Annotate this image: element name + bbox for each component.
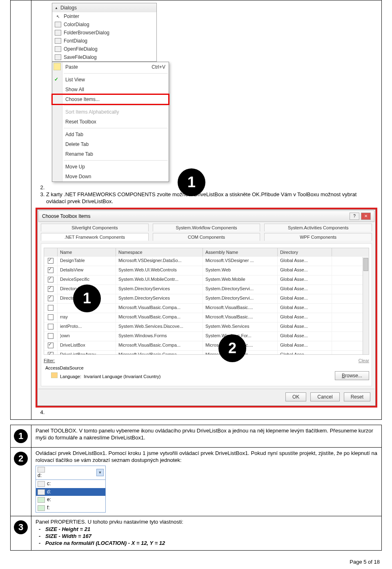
checkbox[interactable] — [48, 296, 53, 301]
menu-label: Reset Toolbox — [65, 119, 96, 125]
combo-option[interactable]: c: — [36, 480, 105, 488]
browse-button[interactable]: BBrowse...rowse... — [335, 371, 369, 380]
clear-link[interactable]: Clear — [359, 358, 369, 363]
checkbox[interactable] — [48, 333, 53, 339]
checkbox[interactable] — [48, 286, 53, 292]
checkbox[interactable] — [48, 343, 53, 348]
menu-show-all[interactable]: Show All — [52, 85, 169, 94]
checkbox[interactable] — [48, 305, 53, 311]
tab-activities[interactable]: System.Activities Components — [264, 224, 372, 231]
toolbox-group-header[interactable]: ▲ Dialogs — [52, 3, 156, 12]
tab-workflow[interactable]: System.Workflow Components — [153, 224, 261, 231]
tab-silverlight[interactable]: Silverlight Components — [41, 224, 149, 231]
page-footer: Page 5 of 18 — [350, 559, 380, 565]
menu-label: Move Up — [65, 164, 85, 170]
combo-option[interactable]: f: — [36, 504, 105, 512]
drive-combobox[interactable]: d: ▼ c: d: e: f: — [36, 466, 106, 513]
component-icon — [55, 54, 61, 60]
menu-reset-toolbox[interactable]: Reset Toolbox — [52, 117, 169, 127]
menu-move-down[interactable]: Move Down — [52, 172, 169, 181]
ok-button[interactable]: OK — [285, 392, 306, 401]
cell-name: DriveListBox — [58, 341, 116, 350]
dialog-footer: OK Cancel Reset — [38, 389, 374, 405]
col-directory[interactable]: Directory — [278, 248, 332, 256]
reset-button[interactable]: Reset — [344, 392, 370, 401]
toolbox-item[interactable]: SaveFileDialog — [52, 53, 156, 61]
menu-paste[interactable]: PasteCtrl+V — [52, 62, 169, 72]
table-row[interactable]: DriveListBoxMicrosoft.VisualBasic.Compa.… — [44, 341, 369, 350]
toolbox-item[interactable]: FolderBrowserDialog — [52, 29, 156, 37]
cell-directory: Global Asse... — [278, 351, 332, 355]
col-assembly[interactable]: Assembly Name — [203, 248, 278, 256]
combo-options: c: d: e: f: — [36, 479, 105, 512]
menu-rename-tab[interactable]: Rename Tab — [52, 149, 169, 159]
help-button[interactable]: ? — [350, 213, 359, 220]
cell-assembly: System.DirectoryServi... — [203, 285, 278, 294]
prop-line: SIZE - Width = 167 — [36, 533, 377, 540]
language-icon — [51, 372, 58, 378]
menu-move-up[interactable]: Move Up — [52, 162, 169, 172]
table-row[interactable]: ientProto...System.Web.Services.Discove.… — [44, 322, 369, 332]
cell-directory: Global Asse... — [278, 313, 332, 322]
toolbox-item-label: OpenFileDialog — [64, 46, 98, 52]
filter-label: Filter: — [44, 358, 55, 363]
checkbox[interactable] — [48, 277, 53, 282]
checkbox[interactable] — [48, 258, 53, 264]
menu-add-tab[interactable]: Add Tab — [52, 130, 169, 139]
cell-directory: Global Asse... — [278, 323, 332, 332]
cell-name: DriveListBoxArray — [58, 351, 116, 355]
cancel-button[interactable]: Cancel — [310, 392, 339, 401]
cell-name: )own — [58, 332, 116, 341]
cell-directory: Global Asse... — [278, 341, 332, 350]
cell-namespace: Microsoft.VisualBasic.Compa... — [116, 304, 203, 313]
toolbox-item-label: Pointer — [64, 13, 79, 19]
combo-option[interactable]: d: — [36, 488, 105, 496]
menu-label: Rename Tab — [65, 151, 93, 157]
toolbox-item[interactable]: OpenFileDialog — [52, 45, 156, 53]
menu-label: Delete Tab — [65, 141, 89, 147]
toolbox-item-label: FolderBrowserDialog — [64, 30, 109, 36]
dropdown-arrow-icon[interactable]: ▼ — [96, 469, 104, 476]
checkbox[interactable] — [48, 324, 53, 329]
toolbox-item[interactable]: ColorDialog — [52, 20, 156, 29]
col-name[interactable]: Name — [58, 248, 116, 256]
language-value: Invariant Language (Invariant Country) — [84, 374, 160, 379]
table-row[interactable]: DesignTableMicrosoft.VSDesigner.DataSo..… — [44, 256, 369, 266]
menu-list-view[interactable]: ✓List View — [52, 75, 169, 85]
cell-assembly: System.Web.Mobile — [203, 276, 278, 284]
toolbox-panel: ▲ Dialogs ↖Pointer ColorDialog FolderBro… — [52, 3, 157, 62]
cell-namespace: System.Web.UI.MobileContr... — [116, 276, 203, 284]
cell-directory: Global Asse... — [278, 276, 332, 284]
cell-directory: Global Asse... — [278, 304, 332, 313]
toolbox-item-label: FontDialog — [64, 38, 87, 44]
table-row[interactable]: DetailsViewSystem.Web.UI.WebControlsSyst… — [44, 266, 369, 275]
table-row[interactable]: rrayMicrosoft.VisualBasic.Compa...Micros… — [44, 313, 369, 322]
tab-wpf[interactable]: WPF Components — [264, 233, 372, 241]
menu-delete-tab[interactable]: Delete Tab — [52, 139, 169, 149]
combo-option[interactable]: e: — [36, 496, 105, 504]
separator — [64, 105, 168, 106]
drive-icon — [38, 497, 45, 503]
cell-assembly: System.Web.Services — [203, 323, 278, 332]
checkbox[interactable] — [48, 314, 53, 320]
scrollbar-thumb[interactable] — [363, 258, 368, 271]
table-row[interactable]: )ownSystem.Windows.FormsSystem.Windows.F… — [44, 332, 369, 341]
tab-com[interactable]: COM Components — [153, 233, 261, 241]
dialog-titlebar[interactable]: Choose Toolbox Items ? ✕ — [38, 211, 374, 222]
checkbox[interactable] — [48, 267, 53, 273]
tab-net-framework[interactable]: .NET Framework Components — [41, 233, 149, 241]
toolbox-item[interactable]: ↖Pointer — [52, 12, 156, 20]
menu-label: Paste — [65, 64, 78, 70]
cell-namespace: Microsoft.VSDesigner.DataSo... — [116, 257, 203, 266]
shortcut-label: Ctrl+V — [151, 64, 165, 70]
callout-badge-1: 1 — [73, 284, 101, 312]
close-button[interactable]: ✕ — [361, 213, 371, 220]
table-row[interactable]: DriveListBoxArrayMicrosoft.VisualBasic.C… — [44, 350, 369, 355]
table-row[interactable]: DeviceSpecificSystem.Web.UI.MobileContr.… — [44, 275, 369, 284]
col-namespace[interactable]: Namespace — [116, 248, 203, 256]
cell-namespace: Microsoft.VisualBasic.Compa... — [116, 351, 203, 355]
scrollbar[interactable] — [363, 257, 369, 354]
toolbox-item[interactable]: FontDialog — [52, 37, 156, 45]
checkbox[interactable] — [48, 352, 53, 355]
menu-choose-items[interactable]: Choose Items... — [52, 94, 169, 104]
